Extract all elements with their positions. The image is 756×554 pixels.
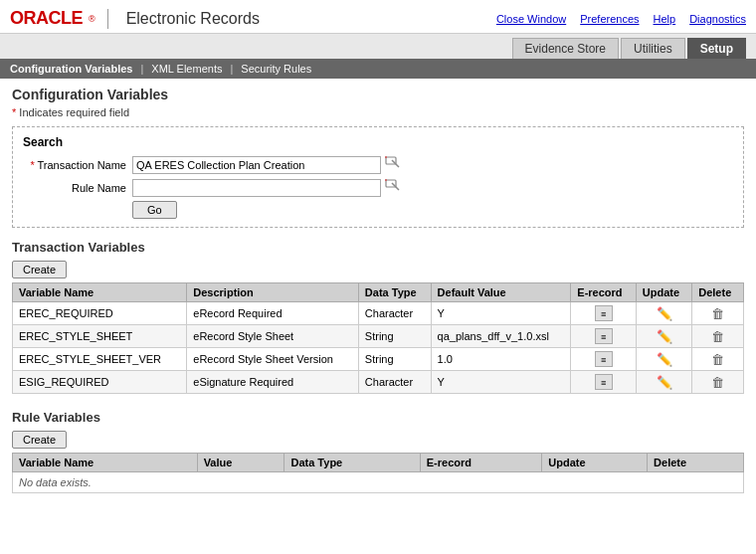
update-icon[interactable]: ✏️ xyxy=(657,329,672,344)
cell-update[interactable]: ✏️ xyxy=(636,302,691,325)
transaction-name-input[interactable] xyxy=(132,156,381,174)
transaction-variables-title: Transaction Variables xyxy=(12,240,744,255)
cell-erecord[interactable]: ≡ xyxy=(571,348,636,371)
update-icon[interactable]: ✏️ xyxy=(657,352,672,367)
cell-default-value: 1.0 xyxy=(431,348,571,371)
cell-delete[interactable]: 🗑 xyxy=(692,348,744,371)
tab-evidence-store[interactable]: Evidence Store xyxy=(512,38,619,59)
cell-description: eSignature Required xyxy=(187,371,359,394)
cell-update[interactable]: ✏️ xyxy=(636,325,691,348)
content: Configuration Variables * Indicates requ… xyxy=(0,79,756,501)
col-default-value: Default Value xyxy=(431,283,571,302)
rule-variables-section: Rule Variables Create Variable Name Valu… xyxy=(12,410,744,493)
cell-variable-name: ESIG_REQUIRED xyxy=(13,371,187,394)
erecord-icon[interactable]: ≡ xyxy=(595,351,613,367)
erecord-icon[interactable]: ≡ xyxy=(595,374,613,390)
cell-erecord[interactable]: ≡ xyxy=(571,302,636,325)
cell-update[interactable]: ✏️ xyxy=(636,371,691,394)
col-update: Update xyxy=(636,283,691,302)
cell-description: eRecord Required xyxy=(187,302,359,325)
rule-variables-title: Rule Variables xyxy=(12,410,744,425)
cell-data-type: Character xyxy=(358,371,431,394)
rule-col-data-type: Data Type xyxy=(284,454,420,472)
svg-rect-2 xyxy=(385,156,387,158)
table-row: EREC_STYLE_SHEET eRecord Style Sheet Str… xyxy=(13,325,744,348)
transaction-create-button[interactable]: Create xyxy=(12,261,67,278)
cell-data-type: Character xyxy=(358,302,431,325)
cell-default-value: Y xyxy=(431,371,571,394)
cell-default-value: Y xyxy=(431,302,571,325)
col-delete: Delete xyxy=(692,283,744,302)
cell-delete[interactable]: 🗑 xyxy=(692,302,744,325)
update-icon[interactable]: ✏️ xyxy=(657,375,672,390)
cell-erecord[interactable]: ≡ xyxy=(571,371,636,394)
delete-icon[interactable]: 🗑 xyxy=(711,375,724,390)
sub-nav: Configuration Variables | XML Elements |… xyxy=(0,59,756,79)
required-note: * Indicates required field xyxy=(12,106,744,118)
transaction-name-label: * Transaction Name xyxy=(23,159,132,171)
erecord-icon[interactable]: ≡ xyxy=(595,328,613,344)
cell-update[interactable]: ✏️ xyxy=(636,348,691,371)
table-header-row: Variable Name Description Data Type Defa… xyxy=(13,283,744,302)
col-variable-name: Variable Name xyxy=(13,283,187,302)
sub-nav-sep-1: | xyxy=(140,63,143,75)
cell-erecord[interactable]: ≡ xyxy=(571,325,636,348)
table-row: EREC_STYLE_SHEET_VER eRecord Style Sheet… xyxy=(13,348,744,371)
delete-icon[interactable]: 🗑 xyxy=(711,306,724,321)
cell-data-type: String xyxy=(358,348,431,371)
col-description: Description xyxy=(187,283,359,302)
rule-col-variable-name: Variable Name xyxy=(13,454,198,472)
rule-col-value: Value xyxy=(197,454,284,472)
close-window-link[interactable]: Close Window xyxy=(496,13,566,25)
svg-rect-5 xyxy=(385,179,387,181)
tab-bar: Evidence Store Utilities Setup xyxy=(0,34,756,59)
top-nav: Close Window Preferences Help Diagnostic… xyxy=(496,13,746,25)
preferences-link[interactable]: Preferences xyxy=(580,13,639,25)
sub-nav-config-vars[interactable]: Configuration Variables xyxy=(10,63,132,75)
transaction-name-search-icon[interactable] xyxy=(385,155,401,174)
rule-col-update: Update xyxy=(542,454,648,472)
cell-delete[interactable]: 🗑 xyxy=(692,325,744,348)
diagnostics-link[interactable]: Diagnostics xyxy=(689,13,746,25)
col-erecord: E-record xyxy=(571,283,636,302)
update-icon[interactable]: ✏️ xyxy=(657,306,672,321)
cell-variable-name: EREC_STYLE_SHEET_VER xyxy=(13,348,187,371)
delete-icon[interactable]: 🗑 xyxy=(711,329,724,344)
transaction-name-required-star: * xyxy=(30,159,37,171)
rule-variables-table: Variable Name Value Data Type E-record U… xyxy=(12,453,744,493)
help-link[interactable]: Help xyxy=(654,13,676,25)
rule-name-input[interactable] xyxy=(132,179,381,197)
app-name: Electronic Records xyxy=(126,10,260,28)
oracle-logo: ORACLE xyxy=(10,8,83,29)
rule-name-search-icon[interactable] xyxy=(385,178,401,197)
table-row: ESIG_REQUIRED eSignature Required Charac… xyxy=(13,371,744,394)
cell-data-type: String xyxy=(358,325,431,348)
sub-nav-xml-elements[interactable]: XML Elements xyxy=(151,63,222,75)
cell-description: eRecord Style Sheet xyxy=(187,325,359,348)
page-title: Configuration Variables xyxy=(12,87,744,102)
go-button[interactable]: Go xyxy=(132,201,177,219)
transaction-variables-section: Transaction Variables Create Variable Na… xyxy=(12,240,744,394)
logo-area: ORACLE ® Electronic Records xyxy=(10,8,260,29)
header: ORACLE ® Electronic Records Close Window… xyxy=(0,0,756,34)
sub-nav-sep-2: | xyxy=(230,63,233,75)
cell-variable-name: EREC_STYLE_SHEET xyxy=(13,325,187,348)
search-title: Search xyxy=(23,135,733,149)
delete-icon[interactable]: 🗑 xyxy=(711,352,724,367)
tab-setup[interactable]: Setup xyxy=(687,38,746,59)
transaction-variables-table: Variable Name Description Data Type Defa… xyxy=(12,282,744,394)
sub-nav-security-rules[interactable]: Security Rules xyxy=(241,63,311,75)
logo-divider xyxy=(107,9,108,29)
cell-delete[interactable]: 🗑 xyxy=(692,371,744,394)
rule-col-delete: Delete xyxy=(648,454,744,472)
required-star: * xyxy=(12,106,16,118)
transaction-name-row: * Transaction Name xyxy=(23,155,733,174)
required-note-text: Indicates required field xyxy=(19,106,129,118)
go-button-row: Go xyxy=(132,201,733,219)
tab-utilities[interactable]: Utilities xyxy=(621,38,685,59)
rule-create-button[interactable]: Create xyxy=(12,431,67,449)
cell-default-value: qa_plans_dff_v_1.0.xsl xyxy=(431,325,571,348)
rule-name-label: Rule Name xyxy=(23,182,132,194)
cell-variable-name: EREC_REQUIRED xyxy=(13,302,187,325)
erecord-icon[interactable]: ≡ xyxy=(595,305,613,321)
